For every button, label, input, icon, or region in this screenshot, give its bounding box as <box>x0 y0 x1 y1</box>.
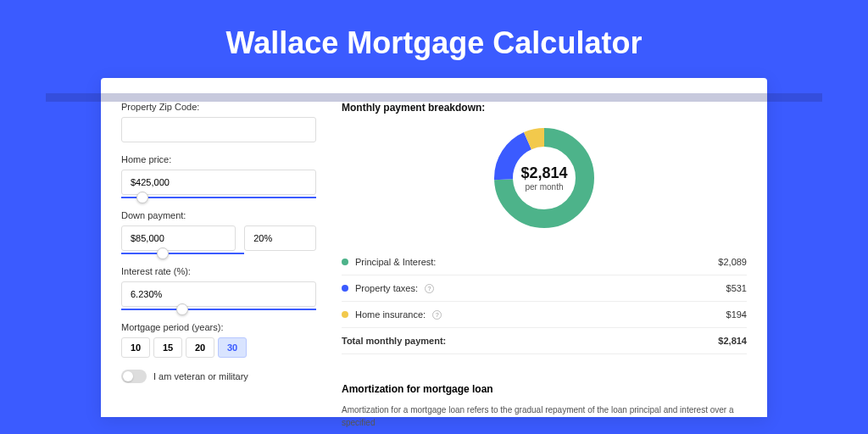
zip-input[interactable] <box>121 117 316 142</box>
rate-label: Interest rate (%): <box>121 266 316 276</box>
breakdown-title: Monthly payment breakdown: <box>342 102 747 114</box>
down-amount-input[interactable] <box>121 225 236 251</box>
decorative-shadow <box>46 93 822 102</box>
breakdown-row-taxes: Property taxes: ? $531 <box>342 275 747 302</box>
principal-label: Principal & Interest: <box>355 257 436 267</box>
donut-center: $2,814 per month <box>520 164 567 192</box>
principal-value: $2,089 <box>718 257 747 267</box>
breakdown-row-principal: Principal & Interest: $2,089 <box>342 249 747 275</box>
page-title: Wallace Mortgage Calculator <box>0 0 868 78</box>
veteran-label: I am veteran or military <box>153 371 248 381</box>
down-field-group: Down payment: <box>121 210 316 254</box>
period-30-button[interactable]: 30 <box>218 337 247 358</box>
zip-label: Property Zip Code: <box>121 102 316 112</box>
taxes-value: $531 <box>726 283 747 293</box>
total-value: $2,814 <box>718 336 747 346</box>
period-20-button[interactable]: 20 <box>186 337 214 358</box>
donut-amount: $2,814 <box>520 164 567 182</box>
veteran-row: I am veteran or military <box>121 370 316 383</box>
info-icon[interactable]: ? <box>425 284 434 293</box>
price-label: Home price: <box>121 154 316 164</box>
veteran-toggle[interactable] <box>121 370 147 383</box>
info-icon[interactable]: ? <box>432 310 442 320</box>
down-percent-input[interactable] <box>244 225 316 251</box>
dot-icon <box>342 285 348 292</box>
zip-field-group: Property Zip Code: <box>121 102 316 142</box>
amortization-title: Amortization for mortgage loan <box>342 383 747 395</box>
rate-slider[interactable] <box>121 309 316 310</box>
dot-icon <box>342 259 348 265</box>
donut-chart-wrap: $2,814 per month <box>342 124 747 232</box>
down-label: Down payment: <box>121 210 316 220</box>
calculator-card: Property Zip Code: Home price: Down paym… <box>101 78 767 417</box>
amortization-section: Amortization for mortgage loan Amortizat… <box>342 371 747 429</box>
total-label: Total monthly payment: <box>342 336 446 346</box>
rate-input[interactable] <box>121 281 316 307</box>
breakdown-row-insurance: Home insurance: ? $194 <box>342 302 747 328</box>
form-panel: Property Zip Code: Home price: Down paym… <box>121 102 333 417</box>
donut-chart: $2,814 per month <box>490 124 598 232</box>
donut-period: per month <box>520 182 567 192</box>
breakdown-panel: Monthly payment breakdown: $2,814 per mo… <box>333 102 747 417</box>
breakdown-row-total: Total monthly payment: $2,814 <box>342 328 747 354</box>
price-input[interactable] <box>121 170 316 195</box>
period-15-button[interactable]: 15 <box>153 337 182 358</box>
period-10-button[interactable]: 10 <box>121 337 150 358</box>
period-field-group: Mortgage period (years): 10 15 20 30 <box>121 322 316 358</box>
rate-field-group: Interest rate (%): <box>121 266 316 310</box>
period-buttons: 10 15 20 30 <box>121 337 316 358</box>
period-label: Mortgage period (years): <box>121 322 316 332</box>
insurance-value: $194 <box>726 309 747 320</box>
taxes-label: Property taxes: <box>355 283 418 293</box>
dot-icon <box>342 311 348 318</box>
price-slider[interactable] <box>121 197 316 198</box>
amortization-text: Amortization for a mortgage loan refers … <box>342 403 747 429</box>
price-field-group: Home price: <box>121 154 316 198</box>
down-slider[interactable] <box>121 253 244 254</box>
insurance-label: Home insurance: <box>355 309 426 320</box>
